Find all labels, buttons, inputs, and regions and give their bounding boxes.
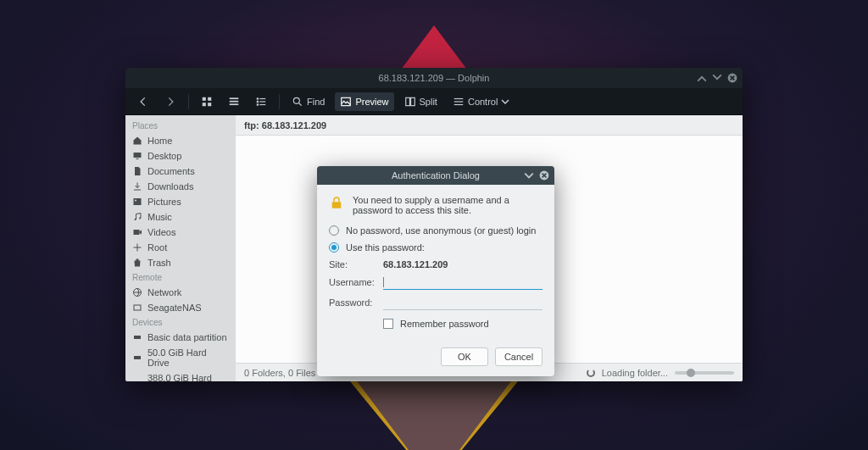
split-button[interactable]: Split xyxy=(399,92,442,111)
svg-rect-11 xyxy=(259,101,265,102)
chevron-down-icon xyxy=(501,96,509,108)
sidebar-item-label: Trash xyxy=(147,258,171,268)
window-titlebar: 68.183.121.209 — Dolphin xyxy=(125,68,743,88)
trash-icon xyxy=(132,258,142,268)
path-bar[interactable]: ftp: 68.183.121.209 xyxy=(236,115,743,136)
sidebar-item-network[interactable]: Network xyxy=(125,285,236,300)
username-input[interactable] xyxy=(384,275,542,290)
svg-rect-16 xyxy=(405,97,409,105)
svg-rect-13 xyxy=(259,103,265,104)
home-icon xyxy=(132,136,142,146)
remote-header: Remote xyxy=(125,270,236,285)
download-icon xyxy=(132,181,142,192)
sidebar-item-label: Downloads xyxy=(147,181,193,192)
control-button[interactable]: Control xyxy=(448,92,515,111)
dialog-title: Authentication Dialog xyxy=(392,170,480,181)
svg-point-26 xyxy=(139,218,141,219)
svg-rect-6 xyxy=(230,100,239,102)
grid-icon xyxy=(201,96,213,108)
svg-rect-9 xyxy=(259,97,265,98)
control-label: Control xyxy=(468,97,498,107)
sidebar-item-device[interactable]: Basic data partition xyxy=(125,330,236,345)
svg-rect-27 xyxy=(134,230,140,235)
view-icons-button[interactable] xyxy=(196,92,218,111)
sidebar-item-label: Pictures xyxy=(147,197,181,207)
folder-icon xyxy=(132,242,142,253)
svg-rect-10 xyxy=(257,100,259,102)
sidebar-item-device[interactable]: 388.0 GiB Hard Drive xyxy=(125,370,236,381)
svg-rect-8 xyxy=(257,97,259,99)
view-compact-button[interactable] xyxy=(223,92,245,111)
sidebar-item-label: Music xyxy=(147,212,172,222)
devices-header: Devices xyxy=(125,315,236,330)
remember-password-checkbox[interactable] xyxy=(383,319,393,329)
split-label: Split xyxy=(420,97,437,107)
auth-dialog: Authentication Dialog You need to supply… xyxy=(317,166,554,376)
cancel-label: Cancel xyxy=(504,352,533,362)
sidebar-item-trash[interactable]: Trash xyxy=(125,255,236,270)
sidebar-item-label: Root xyxy=(147,242,167,253)
forward-button[interactable] xyxy=(159,92,181,111)
dialog-close-icon[interactable] xyxy=(539,170,549,181)
preview-button[interactable]: Preview xyxy=(335,92,393,111)
loading-spinner-icon xyxy=(587,369,595,377)
video-icon xyxy=(132,227,142,237)
svg-rect-29 xyxy=(134,305,141,310)
places-header: Places xyxy=(125,119,236,133)
find-button[interactable]: Find xyxy=(287,92,330,111)
svg-rect-22 xyxy=(136,158,139,159)
find-label: Find xyxy=(307,97,325,107)
zoom-slider[interactable] xyxy=(675,371,734,375)
svg-rect-19 xyxy=(454,101,464,102)
details-icon xyxy=(255,96,267,108)
arrow-right-icon xyxy=(164,96,176,108)
svg-rect-1 xyxy=(203,97,206,100)
split-icon xyxy=(404,96,416,108)
drive-icon xyxy=(132,378,142,381)
radio-anonymous[interactable] xyxy=(329,225,339,236)
sidebar-item-label: 388.0 GiB Hard Drive xyxy=(147,373,229,381)
svg-rect-31 xyxy=(134,356,141,359)
svg-point-24 xyxy=(135,200,136,202)
monitor-icon xyxy=(132,151,142,161)
window-maximize-icon[interactable] xyxy=(712,73,722,83)
sidebar-item-label: Videos xyxy=(147,227,175,237)
sidebar-item-label: 50.0 GiB Hard Drive xyxy=(147,347,229,368)
image-icon xyxy=(340,96,352,108)
sidebar-item-label: Home xyxy=(147,136,172,146)
dialog-collapse-icon[interactable] xyxy=(524,170,534,181)
sidebar-item-desktop[interactable]: Desktop xyxy=(125,148,236,164)
picture-icon xyxy=(132,197,142,207)
svg-rect-23 xyxy=(134,198,142,205)
svg-point-14 xyxy=(293,97,299,103)
sidebar-item-pictures[interactable]: Pictures xyxy=(125,194,236,209)
password-input[interactable] xyxy=(383,295,542,310)
sidebar-item-home[interactable]: Home xyxy=(125,133,236,148)
svg-rect-18 xyxy=(454,97,464,98)
sidebar-item-downloads[interactable]: Downloads xyxy=(125,179,236,194)
sidebar-item-seagatenas[interactable]: SeagateNAS xyxy=(125,300,236,315)
svg-rect-2 xyxy=(208,97,211,100)
sidebar-item-music[interactable]: Music xyxy=(125,209,236,225)
sidebar-item-label: Desktop xyxy=(147,151,181,161)
sidebar-item-device[interactable]: 50.0 GiB Hard Drive xyxy=(125,345,236,370)
window-title: 68.183.121.209 — Dolphin xyxy=(379,73,490,83)
sidebar-item-label: SeagateNAS xyxy=(147,303,202,313)
sidebar-item-root[interactable]: Root xyxy=(125,240,236,255)
back-button[interactable] xyxy=(132,92,154,111)
view-details-button[interactable] xyxy=(250,92,272,111)
svg-rect-12 xyxy=(257,103,259,105)
svg-rect-3 xyxy=(203,103,206,106)
ok-button[interactable]: OK xyxy=(441,347,488,366)
sidebar-item-label: Basic data partition xyxy=(147,332,227,342)
document-icon xyxy=(132,166,142,176)
window-minimize-icon[interactable] xyxy=(697,73,707,83)
sidebar-item-documents[interactable]: Documents xyxy=(125,164,236,179)
site-value: 68.183.121.209 xyxy=(383,259,448,269)
window-close-icon[interactable] xyxy=(727,73,737,83)
svg-rect-7 xyxy=(230,103,239,105)
radio-use-password[interactable] xyxy=(329,242,339,253)
sidebar-item-videos[interactable]: Videos xyxy=(125,225,236,240)
password-label: Password: xyxy=(329,297,376,308)
cancel-button[interactable]: Cancel xyxy=(495,347,542,366)
